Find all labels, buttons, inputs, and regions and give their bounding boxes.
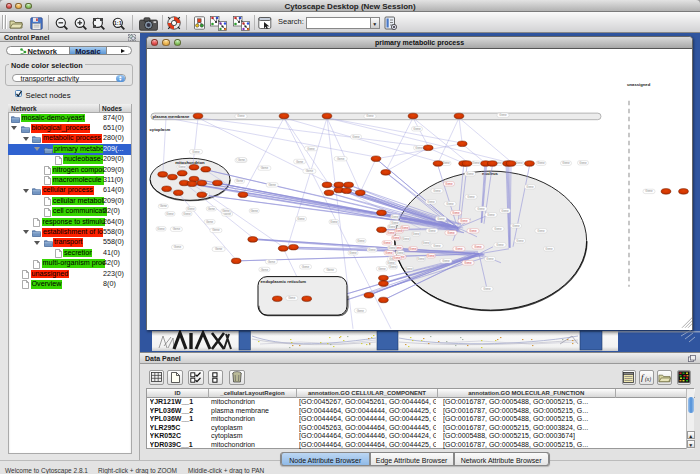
svg-text:Gene: Gene	[178, 165, 186, 169]
svg-text:Gene: Gene	[405, 267, 413, 271]
svg-text:Gene: Gene	[466, 172, 474, 176]
svg-text:Gene: Gene	[412, 232, 420, 236]
svg-text:Gene: Gene	[499, 113, 507, 117]
svg-text:Gene: Gene	[469, 229, 477, 233]
svg-text:Gene: Gene	[357, 309, 365, 313]
svg-text:Gene: Gene	[474, 245, 482, 249]
svg-text:Gene: Gene	[208, 207, 216, 211]
svg-text:Gene: Gene	[645, 190, 653, 194]
svg-text:Gene: Gene	[261, 268, 269, 272]
svg-text:Gene: Gene	[428, 229, 436, 233]
svg-text:Gene: Gene	[388, 246, 396, 250]
svg-text:Gene: Gene	[486, 257, 494, 261]
svg-text:Gene: Gene	[306, 169, 314, 173]
svg-text:Gene: Gene	[337, 157, 345, 161]
svg-text:Gene: Gene	[387, 231, 395, 235]
svg-text:Gene: Gene	[269, 183, 277, 187]
svg-text:Gene: Gene	[192, 150, 200, 154]
svg-text:Gene: Gene	[206, 220, 214, 224]
svg-text:Gene: Gene	[296, 160, 304, 164]
svg-text:Gene: Gene	[173, 227, 181, 231]
svg-text:Gene: Gene	[166, 212, 174, 216]
svg-text:1:1: 1:1	[113, 20, 121, 26]
svg-text:Gene: Gene	[464, 261, 472, 265]
svg-text:Gene: Gene	[357, 239, 365, 243]
svg-text:Gene: Gene	[437, 217, 445, 221]
svg-text:Gene: Gene	[427, 254, 435, 258]
svg-text:Gene: Gene	[401, 226, 409, 230]
svg-text:Gene: Gene	[349, 251, 357, 255]
svg-text:Gene: Gene	[413, 127, 421, 131]
svg-text:Gene: Gene	[487, 213, 495, 217]
svg-text:Gene: Gene	[515, 161, 523, 165]
svg-text:Gene: Gene	[415, 146, 423, 150]
svg-text:Gene: Gene	[433, 244, 441, 248]
svg-text:Gene: Gene	[307, 147, 315, 151]
svg-text:Gene: Gene	[501, 209, 509, 213]
svg-text:Gene: Gene	[562, 161, 570, 165]
svg-text:Gene: Gene	[433, 189, 441, 193]
svg-text:nucleus: nucleus	[482, 171, 498, 176]
svg-text:Gene: Gene	[368, 248, 376, 252]
svg-text:Gene: Gene	[477, 207, 485, 211]
svg-text:Gene: Gene	[516, 239, 524, 243]
svg-text:Gene: Gene	[427, 200, 435, 204]
svg-text:Gene: Gene	[212, 229, 220, 233]
svg-text:Gene: Gene	[389, 265, 397, 269]
svg-text:endoplasmic reticulum: endoplasmic reticulum	[261, 279, 307, 284]
svg-text:Gene: Gene	[385, 251, 393, 255]
svg-text:Gene: Gene	[545, 247, 553, 251]
svg-text:Gene: Gene	[447, 231, 455, 235]
svg-text:Gene: Gene	[467, 195, 475, 199]
svg-text:plasma membrane: plasma membrane	[153, 114, 190, 119]
svg-text:Gene: Gene	[352, 135, 360, 139]
svg-text:Gene: Gene	[422, 241, 430, 245]
svg-text:Gene: Gene	[302, 265, 310, 269]
svg-text:Gene: Gene	[157, 227, 165, 231]
svg-text:Gene: Gene	[494, 227, 502, 231]
svg-text:Gene: Gene	[496, 243, 504, 247]
svg-text:Gene: Gene	[297, 217, 305, 221]
svg-text:Gene: Gene	[442, 162, 450, 166]
svg-text:Gene: Gene	[445, 182, 453, 186]
svg-text:Gene: Gene	[261, 166, 269, 170]
svg-text:Gene: Gene	[409, 247, 417, 251]
svg-text:Gene: Gene	[455, 247, 463, 251]
svg-text:Gene: Gene	[174, 245, 182, 249]
svg-text:Gene: Gene	[238, 158, 246, 162]
svg-text:Gene: Gene	[383, 241, 391, 245]
svg-text:Gene: Gene	[396, 251, 404, 255]
svg-text:Gene: Gene	[378, 267, 386, 271]
svg-text:Gene: Gene	[512, 224, 520, 228]
svg-text:unassigned: unassigned	[627, 82, 651, 87]
svg-text:Gene: Gene	[442, 259, 450, 263]
svg-text:cytoplasm: cytoplasm	[150, 127, 171, 132]
svg-text:Gene: Gene	[579, 161, 587, 165]
svg-text:Gene: Gene	[183, 212, 191, 216]
svg-text:Gene: Gene	[222, 209, 230, 213]
svg-text:Gene: Gene	[288, 296, 296, 300]
svg-text:Gene: Gene	[526, 185, 534, 189]
svg-text:Gene: Gene	[187, 207, 195, 211]
svg-text:Gene: Gene	[251, 209, 259, 213]
svg-text:Gene: Gene	[537, 161, 545, 165]
svg-text:Gene: Gene	[268, 260, 276, 264]
svg-text:Gene: Gene	[402, 237, 410, 241]
svg-text:Gene: Gene	[330, 220, 338, 224]
svg-text:Gene: Gene	[391, 215, 399, 219]
svg-text:Gene: Gene	[472, 161, 480, 165]
svg-text:Gene: Gene	[327, 269, 335, 273]
svg-text:Gene: Gene	[460, 219, 468, 223]
svg-text:Gene: Gene	[236, 179, 244, 183]
svg-text:Gene: Gene	[366, 115, 374, 119]
svg-text:Gene: Gene	[393, 256, 401, 260]
svg-text:Gene: Gene	[160, 205, 168, 209]
svg-text:Gene: Gene	[446, 202, 454, 206]
svg-text:Gene: Gene	[537, 229, 545, 233]
svg-text:Gene: Gene	[392, 236, 400, 240]
svg-text:Gene: Gene	[215, 247, 223, 251]
svg-text:Gene: Gene	[417, 257, 425, 261]
svg-text:(x): (x)	[645, 376, 651, 383]
svg-text:Gene: Gene	[237, 115, 245, 119]
svg-text:Gene: Gene	[483, 287, 491, 291]
